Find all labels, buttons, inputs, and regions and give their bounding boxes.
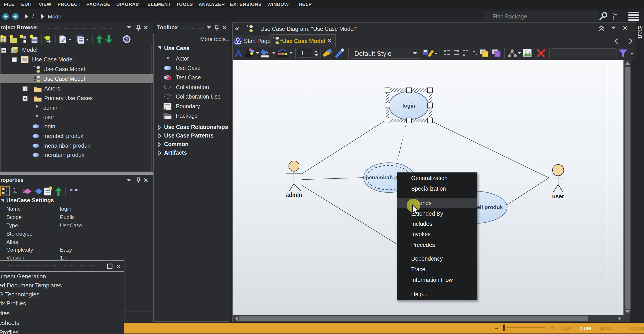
svg-text:1: 1: [301, 50, 304, 57]
svg-text:user: user: [552, 193, 564, 199]
svg-text:?: ?: [126, 38, 128, 42]
svg-text:admin: admin: [286, 191, 302, 198]
svg-text:login: login: [402, 103, 415, 109]
svg-text:Default Style: Default Style: [354, 50, 391, 57]
